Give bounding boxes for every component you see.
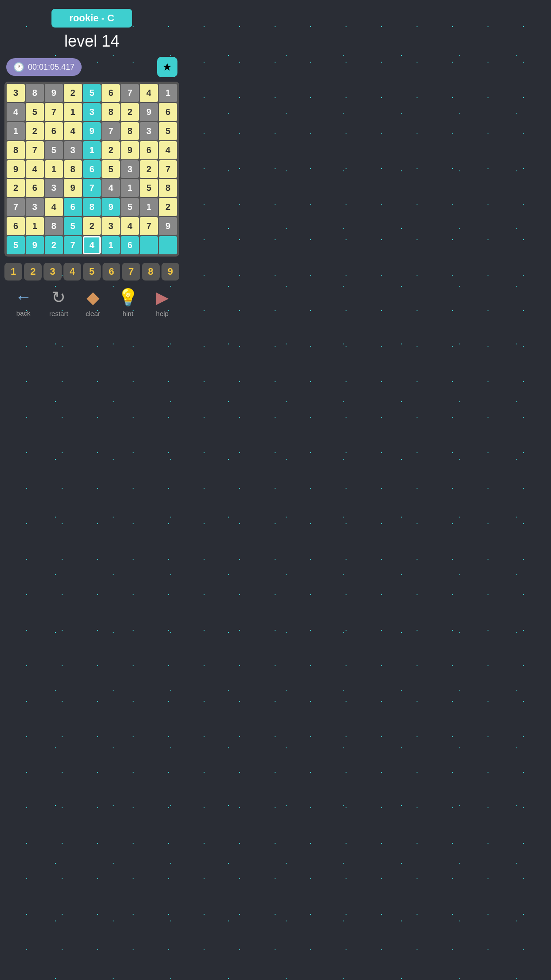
cell-66[interactable]: 5 [64,217,82,235]
cell-74[interactable]: 2 [45,236,63,254]
cell-25[interactable]: 3 [140,122,158,140]
star-button[interactable]: ★ [157,57,177,77]
timer-value: 00:01:05.417 [28,63,75,72]
num-btn-2[interactable]: 2 [24,263,42,281]
cell-31[interactable]: 1 [83,141,101,159]
cell-8[interactable]: 1 [159,84,177,102]
cell-55[interactable]: 3 [26,198,44,216]
cell-80[interactable] [159,236,177,254]
num-btn-4[interactable]: 4 [63,263,81,281]
cell-64[interactable]: 1 [26,217,44,235]
num-btn-9[interactable]: 9 [161,263,179,281]
cell-58[interactable]: 8 [83,198,101,216]
cell-50[interactable]: 4 [102,179,120,197]
clock-icon: 🕐 [13,62,24,72]
cell-17[interactable]: 6 [159,103,177,121]
cell-3[interactable]: 2 [64,84,82,102]
cell-65[interactable]: 8 [45,217,63,235]
cell-13[interactable]: 3 [83,103,101,121]
cell-57[interactable]: 6 [64,198,82,216]
cell-16[interactable]: 9 [140,103,158,121]
cell-69[interactable]: 4 [121,217,139,235]
sudoku-grid[interactable]: 3892567414571382961264978358753129649418… [6,83,178,255]
cell-51[interactable]: 1 [121,179,139,197]
num-btn-3[interactable]: 3 [43,263,61,281]
cell-49[interactable]: 7 [83,179,101,197]
cell-22[interactable]: 9 [83,122,101,140]
cell-28[interactable]: 7 [26,141,44,159]
hint-button[interactable]: 💡 hint [118,288,138,317]
cell-41[interactable]: 5 [102,160,120,178]
cell-34[interactable]: 6 [140,141,158,159]
help-button[interactable]: ▶ help [156,288,169,317]
cell-53[interactable]: 8 [159,179,177,197]
cell-19[interactable]: 2 [26,122,44,140]
cell-61[interactable]: 1 [140,198,158,216]
cell-40[interactable]: 6 [83,160,101,178]
cell-45[interactable]: 2 [7,179,25,197]
cell-20[interactable]: 6 [45,122,63,140]
cell-26[interactable]: 5 [159,122,177,140]
cell-14[interactable]: 8 [102,103,120,121]
cell-30[interactable]: 3 [64,141,82,159]
cell-32[interactable]: 2 [102,141,120,159]
cell-56[interactable]: 4 [45,198,63,216]
cell-39[interactable]: 8 [64,160,82,178]
cell-1[interactable]: 8 [26,84,44,102]
cell-77[interactable]: 1 [102,236,120,254]
num-btn-7[interactable]: 7 [122,263,140,281]
cell-72[interactable]: 5 [7,236,25,254]
cell-4[interactable]: 5 [83,84,101,102]
cell-5[interactable]: 6 [102,84,120,102]
cell-44[interactable]: 7 [159,160,177,178]
clear-button[interactable]: ◆ clear [86,288,100,317]
cell-9[interactable]: 4 [7,103,25,121]
cell-38[interactable]: 1 [45,160,63,178]
cell-68[interactable]: 3 [102,217,120,235]
cell-33[interactable]: 9 [121,141,139,159]
cell-78[interactable]: 6 [121,236,139,254]
clear-label: clear [86,310,100,317]
cell-37[interactable]: 4 [26,160,44,178]
cell-59[interactable]: 9 [102,198,120,216]
cell-63[interactable]: 6 [7,217,25,235]
cell-18[interactable]: 1 [7,122,25,140]
cell-23[interactable]: 7 [102,122,120,140]
num-btn-8[interactable]: 8 [142,263,160,281]
cell-73[interactable]: 9 [26,236,44,254]
cell-54[interactable]: 7 [7,198,25,216]
cell-7[interactable]: 4 [140,84,158,102]
cell-60[interactable]: 5 [121,198,139,216]
cell-10[interactable]: 5 [26,103,44,121]
cell-46[interactable]: 6 [26,179,44,197]
cell-36[interactable]: 9 [7,160,25,178]
cell-21[interactable]: 4 [64,122,82,140]
cell-35[interactable]: 4 [159,141,177,159]
cell-76[interactable]: 4 [83,236,101,254]
cell-6[interactable]: 7 [121,84,139,102]
back-button[interactable]: ← back [15,288,32,317]
cell-79[interactable] [140,236,158,254]
cell-71[interactable]: 9 [159,217,177,235]
num-btn-1[interactable]: 1 [4,263,22,281]
num-btn-6[interactable]: 6 [102,263,120,281]
restart-button[interactable]: ↻ restart [49,288,68,317]
cell-62[interactable]: 2 [159,198,177,216]
cell-43[interactable]: 2 [140,160,158,178]
cell-52[interactable]: 5 [140,179,158,197]
cell-15[interactable]: 2 [121,103,139,121]
cell-42[interactable]: 3 [121,160,139,178]
cell-67[interactable]: 2 [83,217,101,235]
cell-0[interactable]: 3 [7,84,25,102]
cell-11[interactable]: 7 [45,103,63,121]
cell-12[interactable]: 1 [64,103,82,121]
cell-29[interactable]: 5 [45,141,63,159]
cell-2[interactable]: 9 [45,84,63,102]
cell-48[interactable]: 9 [64,179,82,197]
cell-47[interactable]: 3 [45,179,63,197]
cell-27[interactable]: 8 [7,141,25,159]
cell-70[interactable]: 7 [140,217,158,235]
cell-24[interactable]: 8 [121,122,139,140]
cell-75[interactable]: 7 [64,236,82,254]
num-btn-5[interactable]: 5 [83,263,101,281]
